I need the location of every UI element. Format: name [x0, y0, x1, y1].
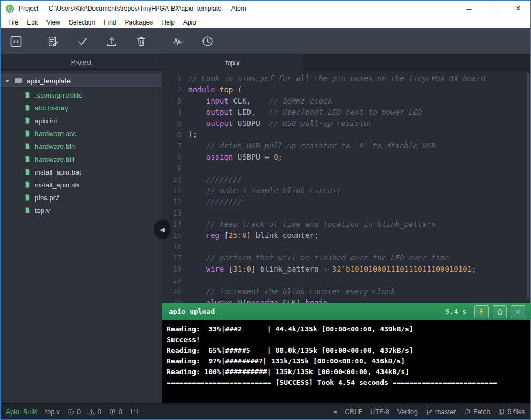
linter-errors[interactable]: 0 [67, 408, 81, 416]
file-name: hardware.bin [35, 142, 75, 150]
file-name: top.v [35, 207, 50, 215]
window-controls: ─ × [457, 1, 530, 17]
rerun-upload-button[interactable] [474, 305, 489, 318]
line-number: 19 [162, 275, 182, 286]
cursor-position[interactable]: 1:1 [130, 408, 139, 416]
tree-file[interactable]: install_apio.sh [1, 178, 162, 191]
tree-file[interactable]: pins.pcf [1, 191, 162, 204]
line-ending-selector[interactable]: CRLF [345, 408, 363, 416]
line-number: 10 [162, 174, 182, 185]
line-number: 9 [162, 163, 182, 174]
tree-file[interactable]: hardware.blif [1, 153, 162, 165]
line-number: 6 [162, 129, 182, 140]
sync-icon [464, 408, 471, 415]
close-panel-button[interactable]: × [511, 305, 525, 318]
code-line[interactable]: // Look in pins.pcf for all the pin name… [188, 73, 530, 84]
menu-item[interactable]: Help [157, 17, 179, 28]
upload-button[interactable] [105, 35, 119, 49]
code-line[interactable]: always @(posedge CLK) begin [188, 297, 530, 303]
code-line[interactable] [188, 163, 530, 174]
line-number: 17 [162, 252, 182, 264]
grammar-selector[interactable]: Verilog [397, 408, 418, 416]
code-line[interactable] [188, 208, 530, 219]
tree-file[interactable]: hardware.asc [1, 127, 162, 140]
menu-item[interactable]: Edit [22, 17, 42, 28]
encoding-selector[interactable]: UTF-8 [370, 408, 389, 416]
file-icon [24, 91, 31, 99]
tree-file[interactable]: abc.history [1, 101, 162, 114]
clean-button[interactable] [134, 35, 148, 49]
sidebar-header: Project [1, 55, 162, 70]
file-icon [24, 155, 31, 163]
console-line: Reading: 33%|###2 | 44.4k/135k [00:00<00… [167, 324, 530, 335]
code-line[interactable]: wire [31:0] blink_pattern = 32'b10101000… [188, 264, 530, 275]
verify-button[interactable] [46, 35, 60, 49]
console-output[interactable]: Reading: 33%|###2 | 44.4k/135k [00:00<00… [162, 320, 530, 403]
code-line[interactable]: // increment the blink_counter every clo… [188, 286, 530, 297]
minimize-button[interactable]: ─ [457, 1, 481, 17]
code-line[interactable]: module top ( [188, 84, 530, 96]
tree-folder-apio-template[interactable]: ▾ apio_template [1, 74, 162, 87]
line-number: 13 [162, 208, 182, 219]
files-count-label: 5 files [507, 408, 525, 416]
simulate-button[interactable] [171, 35, 185, 49]
tree-file[interactable]: top.v [1, 204, 162, 217]
close-button[interactable]: × [506, 1, 530, 17]
code-line[interactable]: assign USBPU = 0; [188, 152, 530, 163]
changed-files[interactable]: 5 files [498, 408, 525, 416]
file-name: hardware.asc [35, 130, 76, 138]
line-number: 7 [162, 140, 182, 152]
output-panel-header: apio upload 5.4 s × [162, 303, 530, 320]
code-line[interactable]: //////// [188, 174, 530, 185]
tree-collapse-handle[interactable]: ◀ [154, 220, 171, 239]
maximize-icon [491, 6, 496, 11]
file-icon [24, 207, 31, 214]
linter-info[interactable]: 0 [109, 408, 122, 416]
code-line[interactable]: ); [188, 129, 530, 140]
editor-scrollbar[interactable] [527, 73, 529, 298]
code-lines[interactable]: // Look in pins.pcf for all the pin name… [188, 71, 530, 303]
code-line[interactable]: output LED, // User/boot LED next to pow… [188, 107, 530, 118]
code-line[interactable]: input CLK, // 16MHz clock [188, 96, 530, 107]
code-line[interactable]: // make a simple blink circuit [188, 185, 530, 196]
line-number: 8 [162, 152, 182, 163]
maximize-button[interactable] [481, 1, 506, 17]
code-line[interactable]: // pattern that will be flashed over the… [188, 252, 530, 264]
menu-item[interactable]: File [4, 17, 22, 28]
code-line[interactable]: // keep track of time and location in bl… [188, 219, 530, 230]
tab-top-v[interactable]: top.v [162, 55, 303, 71]
code-line[interactable] [188, 275, 530, 286]
menu-item[interactable]: Selection [65, 17, 99, 28]
menu-item[interactable]: Packages [121, 17, 158, 28]
line-number: 3 [162, 96, 182, 107]
linter-warnings[interactable]: 0 [88, 408, 101, 416]
tree-file[interactable]: apio.ini [1, 114, 162, 127]
current-file[interactable]: top.v [45, 408, 60, 416]
time-analysis-button[interactable] [200, 35, 214, 49]
git-branch[interactable]: master [426, 408, 456, 416]
line-number: 5 [162, 118, 182, 129]
code-line[interactable]: //////// [188, 196, 530, 208]
menu-item[interactable]: Find [99, 17, 120, 28]
build-check-icon [76, 36, 88, 47]
code-line[interactable] [188, 241, 530, 252]
minimize-icon: ─ [466, 5, 471, 13]
clear-output-button[interactable] [493, 305, 507, 318]
apio-build-status[interactable]: Apio: Build [6, 408, 38, 416]
file-name: apio.ini [35, 117, 57, 125]
window-title: Project — C:\Users\Kiki\Documents\repos\… [19, 5, 246, 12]
tree-file[interactable]: install_apio.bat [1, 165, 162, 178]
text-editor[interactable]: 123456789101112131415161718192021 // Loo… [162, 71, 530, 303]
git-fetch[interactable]: Fetch [464, 408, 490, 416]
tree-file[interactable]: .sconsign.dblite [1, 89, 162, 101]
build-button[interactable] [75, 35, 89, 49]
menu-item[interactable]: Apio [179, 17, 200, 28]
tree-file[interactable]: hardware.bin [1, 140, 162, 153]
code-line[interactable]: output USBPU // USB pull-up resistor [188, 118, 530, 129]
error-icon [67, 408, 74, 415]
code-line[interactable]: reg [25:0] blink_counter; [188, 230, 530, 241]
menu-item[interactable]: View [42, 17, 65, 28]
code-line[interactable]: // drive USB pull-up resistor to '0' to … [188, 140, 530, 152]
code-file-button[interactable] [9, 35, 23, 49]
output-panel-title: apio upload [169, 307, 215, 315]
